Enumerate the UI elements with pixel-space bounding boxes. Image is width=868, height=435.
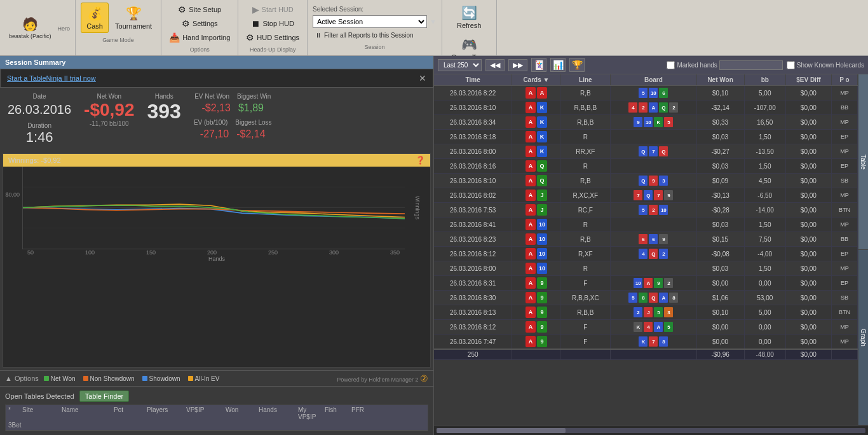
table-row[interactable]: 26.03.2016 8:22AAR,B5106$0,105,00$0,00MP: [434, 86, 858, 100]
cell-cards: AJ: [512, 188, 560, 203]
table-finder-button[interactable]: Table Finder: [79, 390, 130, 402]
col-star: *: [8, 406, 21, 420]
hud-settings-icon: ⚙: [246, 32, 254, 43]
winnings-axis-label: Winnings: [414, 196, 421, 219]
cell-line: R,B,B: [560, 115, 611, 130]
table-row[interactable]: 26.03.2016 8:12A9FK4A5$0,000,00$0,00MP: [434, 320, 858, 335]
count-select[interactable]: Last 250: [438, 59, 482, 71]
cell-time: 26.03.2016 8:00: [434, 261, 512, 276]
session-dropdown[interactable]: Active Session: [313, 15, 427, 28]
net-won-value: -$0,92: [84, 100, 134, 120]
cell-line: RC,F: [560, 203, 611, 218]
table-tab[interactable]: Table: [858, 74, 868, 250]
cell-board: [611, 218, 696, 232]
notice-link[interactable]: Start a TableNinja II trial now: [7, 74, 96, 82]
cell-ev: $0,00: [785, 130, 831, 144]
table-row[interactable]: 26.03.2016 8:31A9F10A92$0,000,00$0,00EP: [434, 276, 858, 291]
cell-position: MP: [831, 320, 857, 335]
start-hud-item[interactable]: ▶ Start HUD: [250, 3, 296, 16]
x-axis-labels: 50 100 150 200 250 300 350: [22, 249, 405, 256]
legend-non-showdown-label: Non Showdown: [90, 375, 135, 382]
bar-view-button[interactable]: 📊: [550, 58, 566, 72]
col-bb: bb: [744, 74, 785, 86]
ev-bb-label: EV (bb/100): [194, 119, 227, 126]
table-row[interactable]: 26.03.2016 8:12A10R,XF4Q2-$0,08-4,00$0,0…: [434, 247, 858, 261]
stop-hud-item[interactable]: ⏹ Stop HUD: [248, 17, 297, 30]
tournament-button[interactable]: 🏆 Tournament: [111, 3, 156, 33]
scrollbar-thumb[interactable]: [437, 428, 566, 433]
table-row[interactable]: 26.03.2016 8:13A9R,B,B2J53$0,105,00$0,00…: [434, 305, 858, 320]
hero-button[interactable]: 🧑 beastak (Pacific): [5, 14, 55, 42]
hero-label: beastak (Pacific): [9, 33, 51, 39]
table-row[interactable]: 26.03.2016 8:30A9R,B,B,XC58QA8$1,0653,00…: [434, 291, 858, 305]
cell-bb: 1,50: [744, 130, 785, 144]
cell-line: R,XF: [560, 247, 611, 261]
table-row[interactable]: 26.03.2016 8:00AKRR,XFQ7Q-$0,27-13,50$0,…: [434, 144, 858, 159]
show-holecards-input[interactable]: [787, 61, 795, 69]
table-row[interactable]: 26.03.2016 8:16AQR$0,031,50$0,00EP: [434, 159, 858, 174]
table-row[interactable]: 26.03.2016 7:53AJRC,F5210-$0,28-14,00$0,…: [434, 203, 858, 218]
filter-session-item[interactable]: ⏸ Filter all Reports to this Session: [313, 31, 437, 40]
settings-item[interactable]: ⚙ Settings: [179, 17, 220, 30]
notice-bar: Start a TableNinja II trial now ✕: [0, 69, 433, 88]
cash-button[interactable]: 💰 Cash: [81, 3, 109, 33]
nav-forward-button[interactable]: ▶▶: [508, 59, 527, 71]
cards-view-button[interactable]: 🃏: [531, 58, 546, 72]
help-icon[interactable]: ❓: [416, 156, 425, 165]
dropdown-arrow[interactable]: ▼: [430, 18, 437, 25]
table-row[interactable]: 26.03.2016 7:47A9FK78$0,000,00$0,00MP: [434, 335, 858, 350]
cell-board: Q93: [611, 174, 696, 188]
table-row[interactable]: 26.03.2016 8:34AKR,B,B910K5$0,3316,50$0,…: [434, 115, 858, 130]
cell-ev: $0,00: [785, 115, 831, 130]
notice-close-button[interactable]: ✕: [419, 73, 426, 83]
cell-board: 4Q2: [611, 247, 696, 261]
stop-hud-icon: ⏹: [251, 18, 260, 29]
table-row[interactable]: 26.03.2016 8:18AKR$0,031,50$0,00EP: [434, 130, 858, 144]
cell-line: R,B: [560, 174, 611, 188]
nav-back-button[interactable]: ◀◀: [485, 59, 505, 71]
marked-hands-filter[interactable]: [719, 60, 783, 70]
horizontal-scrollbar[interactable]: [434, 425, 868, 435]
cell-net-won: $0,00: [696, 276, 744, 291]
trophy-view-button[interactable]: 🏆: [569, 58, 585, 72]
hero-section: 🧑 beastak (Pacific) Hero: [0, 0, 76, 55]
hero-section-label: Hero: [58, 25, 71, 32]
cell-position: EP: [831, 276, 857, 291]
cell-net-won: $0,03: [696, 159, 744, 174]
graph-tab[interactable]: Graph: [858, 250, 868, 425]
hands-tbody: 26.03.2016 8:22AAR,B5106$0,105,00$0,00MP…: [434, 86, 858, 360]
cell-position: SB: [831, 291, 857, 305]
table-row[interactable]: 26.03.2016 8:00A10R$0,031,50$0,00MP: [434, 261, 858, 276]
site-setup-item[interactable]: ⚙ Site Setup: [175, 3, 224, 16]
cell-board: K78: [611, 335, 696, 350]
hud-settings-item[interactable]: ⚙ HUD Settings: [243, 31, 302, 44]
cell-net-won: -$0,13: [696, 188, 744, 203]
game-mode-section: 💰 Cash 🏆 Tournament Game Mode: [76, 0, 161, 55]
cell-time: 26.03.2016 8:12: [434, 320, 512, 335]
table-row[interactable]: 26.03.2016 8:23A10R,B669$0,157,50$0,00BB: [434, 232, 858, 247]
table-row[interactable]: 26.03.2016 8:41A10R$0,031,50$0,00MP: [434, 218, 858, 232]
cell-time: 26.03.2016 8:30: [434, 291, 512, 305]
cell-net-won: $0,10: [696, 86, 744, 100]
cell-cards: A9: [512, 335, 560, 350]
chart-svg: [23, 167, 405, 249]
cell-bb: 4,50: [744, 174, 785, 188]
refresh-button[interactable]: 🔄 Refresh: [453, 3, 485, 32]
date-label: Date: [32, 93, 46, 100]
cell-board: [611, 130, 696, 144]
table-row[interactable]: 26.03.2016 8:10AQR,BQ93$0,094,50$0,00SB: [434, 174, 858, 188]
options-button[interactable]: ▲ Options: [5, 375, 39, 382]
marked-hands-input[interactable]: [667, 61, 675, 69]
net-won-label: Net Won: [97, 93, 121, 100]
date-value: 26.03.2016: [8, 102, 71, 117]
table-row[interactable]: 26.03.2016 8:02AJR,XC,XF7Q79-$0,13-6,50$…: [434, 188, 858, 203]
hands-value: 393: [147, 100, 181, 123]
cell-time: 26.03.2016 8:34: [434, 115, 512, 130]
col-fish: Fish: [325, 406, 350, 420]
cell-bb: 0,00: [744, 276, 785, 291]
hand-importing-item[interactable]: 📥 Hand Importing: [166, 31, 233, 44]
cell-line: R,B: [560, 232, 611, 247]
ev-net-value: -$2,13: [202, 102, 231, 114]
table-row[interactable]: 26.03.2016 8:10AKR,B,B,B42AQ2-$2,14-107,…: [434, 100, 858, 115]
col-3bet: 3Bet: [8, 422, 21, 429]
